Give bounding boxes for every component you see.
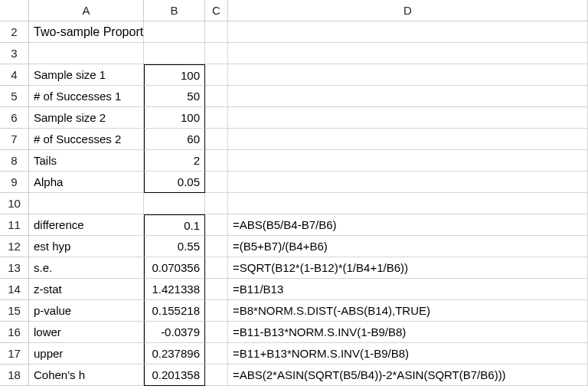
row-header-15[interactable]: 15 [0, 300, 29, 322]
col-header-B[interactable]: B [144, 0, 205, 21]
formula-D18[interactable]: =ABS(2*ASIN(SQRT(B5/B4))-2*ASIN(SQRT(B7/… [228, 364, 588, 386]
cell-C9[interactable] [205, 172, 228, 193]
row-header-6[interactable]: 6 [0, 107, 29, 129]
cell-B15[interactable]: 0.155218 [144, 300, 205, 322]
cell-A15[interactable]: p-value [29, 300, 144, 322]
cell-D10[interactable] [228, 193, 588, 214]
cell-A13[interactable]: s.e. [29, 257, 144, 279]
cell-C5[interactable] [205, 86, 228, 107]
row-header-7[interactable]: 7 [0, 129, 29, 150]
cell-C2[interactable] [205, 21, 228, 43]
cell-A7[interactable]: # of Successes 2 [29, 129, 144, 150]
cell-C10[interactable] [205, 193, 228, 214]
cell-A10[interactable] [29, 193, 144, 214]
cell-C8[interactable] [205, 150, 228, 172]
cell-C17[interactable] [205, 343, 228, 364]
cell-D8[interactable] [228, 150, 588, 172]
corner-cell [0, 0, 29, 21]
cell-A9[interactable]: Alpha [29, 172, 144, 193]
cell-B12[interactable]: 0.55 [144, 236, 205, 257]
cell-A18[interactable]: Cohen's h [29, 364, 144, 386]
formula-D16[interactable]: =B11-B13*NORM.S.INV(1-B9/B8) [228, 322, 588, 343]
row-header-10[interactable]: 10 [0, 193, 29, 214]
row-header-16[interactable]: 16 [0, 322, 29, 343]
formula-D13[interactable]: =SQRT(B12*(1-B12)*(1/B4+1/B6)) [228, 257, 588, 279]
cell-C16[interactable] [205, 322, 228, 343]
cell-B3[interactable] [144, 43, 205, 64]
row-header-4[interactable]: 4 [0, 64, 29, 86]
cell-A8[interactable]: Tails [29, 150, 144, 172]
formula-D12[interactable]: =(B5+B7)/(B4+B6) [228, 236, 588, 257]
row-header-5[interactable]: 5 [0, 86, 29, 107]
cell-C6[interactable] [205, 107, 228, 129]
formula-D17[interactable]: =B11+B13*NORM.S.INV(1-B9/B8) [228, 343, 588, 364]
cell-D9[interactable] [228, 172, 588, 193]
cell-D2[interactable] [228, 21, 588, 43]
cell-B13[interactable]: 0.070356 [144, 257, 205, 279]
col-header-D[interactable]: D [228, 0, 588, 21]
cell-D3[interactable] [228, 43, 588, 64]
col-header-C[interactable]: C [205, 0, 228, 21]
cell-B10[interactable] [144, 193, 205, 214]
row-header-13[interactable]: 13 [0, 257, 29, 279]
cell-B16[interactable]: -0.0379 [144, 322, 205, 343]
cell-B9[interactable]: 0.05 [144, 172, 205, 193]
spreadsheet-grid: ABCD2Two-sample Proportion Z-Test34Sampl… [0, 0, 588, 386]
row-header-8[interactable]: 8 [0, 150, 29, 172]
row-header-9[interactable]: 9 [0, 172, 29, 193]
cell-A16[interactable]: lower [29, 322, 144, 343]
row-header-2[interactable]: 2 [0, 21, 29, 43]
row-header-11[interactable]: 11 [0, 214, 29, 236]
cell-A3[interactable] [29, 43, 144, 64]
cell-B17[interactable]: 0.237896 [144, 343, 205, 364]
cell-A11[interactable]: difference [29, 214, 144, 236]
cell-D5[interactable] [228, 86, 588, 107]
cell-A14[interactable]: z-stat [29, 279, 144, 300]
cell-C14[interactable] [205, 279, 228, 300]
cell-D4[interactable] [228, 64, 588, 86]
cell-C3[interactable] [205, 43, 228, 64]
formula-D14[interactable]: =B11/B13 [228, 279, 588, 300]
cell-D6[interactable] [228, 107, 588, 129]
row-header-12[interactable]: 12 [0, 236, 29, 257]
row-header-3[interactable]: 3 [0, 43, 29, 64]
cell-B14[interactable]: 1.421338 [144, 279, 205, 300]
cell-C15[interactable] [205, 300, 228, 322]
cell-B2[interactable] [144, 21, 205, 43]
row-header-17[interactable]: 17 [0, 343, 29, 364]
formula-D11[interactable]: =ABS(B5/B4-B7/B6) [228, 214, 588, 236]
cell-C7[interactable] [205, 129, 228, 150]
cell-C18[interactable] [205, 364, 228, 386]
row-header-14[interactable]: 14 [0, 279, 29, 300]
cell-B7[interactable]: 60 [144, 129, 205, 150]
title-cell[interactable]: Two-sample Proportion Z-Test [29, 21, 144, 43]
cell-B5[interactable]: 50 [144, 86, 205, 107]
col-header-A[interactable]: A [29, 0, 144, 21]
cell-B11[interactable]: 0.1 [144, 214, 205, 236]
cell-B8[interactable]: 2 [144, 150, 205, 172]
cell-B18[interactable]: 0.201358 [144, 364, 205, 386]
cell-D7[interactable] [228, 129, 588, 150]
cell-C12[interactable] [205, 236, 228, 257]
cell-A12[interactable]: est hyp [29, 236, 144, 257]
cell-C11[interactable] [205, 214, 228, 236]
cell-A17[interactable]: upper [29, 343, 144, 364]
row-header-18[interactable]: 18 [0, 364, 29, 386]
cell-A5[interactable]: # of Successes 1 [29, 86, 144, 107]
formula-D15[interactable]: =B8*NORM.S.DIST(-ABS(B14),TRUE) [228, 300, 588, 322]
cell-B4[interactable]: 100 [144, 64, 205, 86]
cell-A4[interactable]: Sample size 1 [29, 64, 144, 86]
cell-C4[interactable] [205, 64, 228, 86]
cell-A6[interactable]: Sample size 2 [29, 107, 144, 129]
cell-C13[interactable] [205, 257, 228, 279]
cell-B6[interactable]: 100 [144, 107, 205, 129]
